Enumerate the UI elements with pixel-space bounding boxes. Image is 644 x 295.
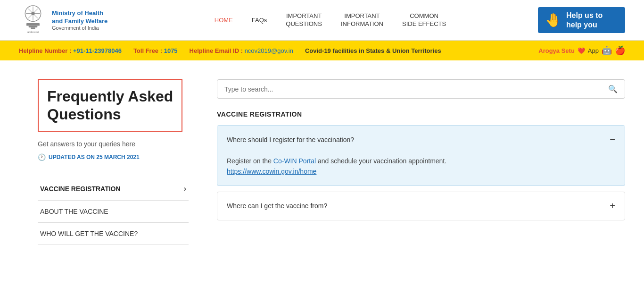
- answer-text-after-link: and schedule your vaccination appointmen…: [316, 157, 446, 165]
- ministry-name2: and Family Welfare: [52, 17, 107, 25]
- android-icon[interactable]: 🤖: [602, 45, 612, 56]
- faq-answer-1: Register on the Co-WIN Portal and schedu…: [217, 153, 625, 185]
- sidebar-menu: VACCINE REGISTRATION › ABOUT THE VACCINE…: [38, 177, 189, 245]
- app-icons: 🤖 🍎: [602, 45, 625, 56]
- toll-free: Toll Free : 1075: [133, 47, 178, 54]
- chevron-right-icon: ›: [184, 185, 186, 193]
- search-input[interactable]: [224, 85, 608, 93]
- main-nav: HOME FAQs IMPORTANTQUESTIONS IMPORTANTIN…: [123, 10, 538, 31]
- nav-important-information[interactable]: IMPORTANTINFORMATION: [339, 10, 386, 31]
- ashoka-emblem-icon: सत्यमेव जयते: [19, 5, 47, 35]
- helpline-email: Helpline Email ID : ncov2019@gov.in: [190, 47, 293, 54]
- answer-text-before-link: Register on the: [227, 157, 273, 165]
- faq-toggle-2: +: [610, 201, 615, 211]
- faq-subtitle: Get answers to your queries here: [38, 140, 189, 148]
- sidebar-label: VACCINE REGISTRATION: [40, 185, 121, 193]
- svg-rect-7: [29, 26, 38, 28]
- search-icon[interactable]: 🔍: [608, 84, 618, 93]
- nav-important-questions[interactable]: IMPORTANTQUESTIONS: [283, 10, 324, 31]
- svg-rect-8: [31, 27, 35, 29]
- site-header: सत्यमेव जयते Ministry of Health and Fami…: [0, 0, 644, 41]
- heart-icon: ❤️: [578, 47, 585, 54]
- arogya-label: Arogya Setu: [538, 47, 575, 54]
- apple-icon[interactable]: 🍎: [615, 45, 625, 56]
- faq-question-text-2: Where can I get the vaccine from?: [227, 202, 327, 210]
- updated-date: 🕐 UPDATED AS ON 25 MARCH 2021: [38, 153, 189, 161]
- app-label: App: [588, 47, 599, 54]
- search-box[interactable]: 🔍: [217, 79, 625, 99]
- sidebar-item-about-vaccine[interactable]: ABOUT THE VACCINE: [38, 201, 189, 223]
- sidebar-item-vaccine-registration[interactable]: VACCINE REGISTRATION ›: [38, 177, 189, 201]
- clock-icon: 🕐: [38, 153, 46, 161]
- govt-name: Government of India: [52, 25, 107, 31]
- logo-text: Ministry of Health and Family Welfare Go…: [52, 9, 107, 31]
- cowin-portal-link[interactable]: Co-WIN Portal: [273, 157, 316, 165]
- faq-toggle-1: −: [610, 134, 615, 145]
- faq-question-1[interactable]: Where should I register for the vaccinat…: [217, 126, 625, 153]
- helpline-label: Helpline Number : +91-11-23978046: [19, 47, 122, 54]
- email-link[interactable]: ncov2019@gov.in: [245, 47, 293, 54]
- sidebar-label: WHO WILL GET THE VACCINE?: [40, 230, 138, 237]
- help-banner-text: Help us tohelp you: [566, 11, 603, 29]
- svg-rect-6: [26, 23, 40, 26]
- help-banner[interactable]: 🤚 Help us tohelp you: [538, 7, 625, 33]
- faq-title: Frequently Asked Questions: [38, 79, 182, 132]
- faq-item-1: Where should I register for the vaccinat…: [217, 125, 625, 186]
- main-content: Frequently Asked Questions Get answers t…: [0, 60, 644, 273]
- faq-item-2: Where can I get the vaccine from? +: [217, 192, 625, 220]
- info-bar: Helpline Number : +91-11-23978046 Toll F…: [0, 41, 644, 60]
- svg-text:सत्यमेव जयते: सत्यमेव जयते: [27, 31, 39, 34]
- sidebar-item-who-will-get[interactable]: WHO WILL GET THE VACCINE?: [38, 223, 189, 245]
- nav-faqs[interactable]: FAQs: [249, 14, 270, 26]
- left-panel: Frequently Asked Questions Get answers t…: [38, 79, 189, 263]
- right-panel: 🔍 VACCINE REGISTRATION Where should I re…: [217, 79, 625, 263]
- nav-common-side-effects[interactable]: COMMONSIDE EFFECTS: [400, 10, 448, 31]
- sidebar-label: ABOUT THE VACCINE: [40, 208, 108, 215]
- faq-question-text-1: Where should I register for the vaccinat…: [227, 136, 354, 143]
- nav-home[interactable]: HOME: [212, 14, 235, 26]
- arogya-section: Arogya Setu ❤️ App 🤖 🍎: [538, 45, 625, 56]
- covid-facilities-link[interactable]: Covid-19 facilities in States & Union Te…: [305, 47, 441, 54]
- faq-question-2[interactable]: Where can I get the vaccine from? +: [217, 192, 625, 220]
- cowin-url-link[interactable]: https://www.cowin.gov.in/home: [227, 168, 316, 175]
- section-title: VACCINE REGISTRATION: [217, 110, 625, 118]
- hand-icon: 🤚: [545, 12, 561, 28]
- ministry-name: Ministry of Health: [52, 9, 107, 17]
- logo-area: सत्यमेव जयते Ministry of Health and Fami…: [19, 5, 123, 35]
